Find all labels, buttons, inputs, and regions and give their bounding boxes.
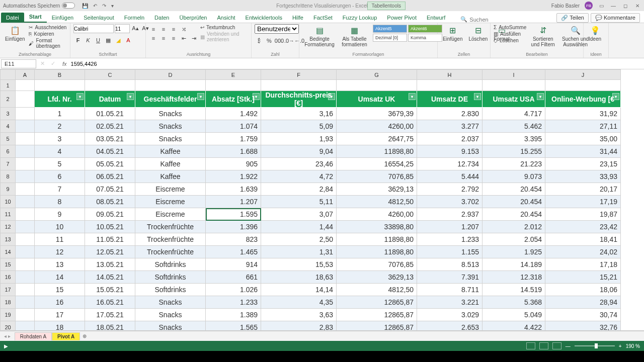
table-header[interactable]: Umsatz DE▾ — [417, 91, 482, 108]
tab-layout[interactable]: Seitenlayout — [78, 13, 119, 23]
cell-A5[interactable] — [16, 133, 35, 145]
cell-lfdnr[interactable]: 1 — [35, 108, 85, 120]
table-header[interactable]: Umsatz USA▾ — [482, 91, 545, 108]
formula-input[interactable] — [71, 61, 644, 67]
tab-design[interactable]: Entwurf — [422, 13, 450, 23]
zoom-in-icon[interactable]: + — [619, 343, 622, 349]
border-button[interactable]: ▦ — [104, 36, 113, 44]
cell-preis[interactable]: 3,07 — [261, 208, 337, 221]
row-header-9[interactable]: 9 — [1, 183, 16, 196]
cell-datum[interactable]: 14.05.21 — [85, 271, 135, 284]
cell-umsatz-uk[interactable]: 4812,50 — [337, 284, 417, 296]
cell-online-werbung[interactable]: 19,87 — [545, 208, 621, 221]
cell-A20[interactable] — [16, 321, 35, 331]
row-header-14[interactable]: 14 — [1, 246, 16, 258]
cell-datum[interactable]: 04.05.21 — [85, 145, 135, 158]
cell-umsatz-uk[interactable]: 12865,87 — [337, 309, 417, 321]
autosum-button[interactable]: ΣAutoSumme — [494, 24, 526, 31]
cell-lfdnr[interactable]: 5 — [35, 158, 85, 170]
cell-umsatz-usa[interactable]: 20.454 — [482, 196, 545, 208]
row-header-6[interactable]: 6 — [1, 145, 16, 158]
cell-empty[interactable] — [16, 80, 35, 91]
cell-umsatz-usa[interactable]: 9.073 — [482, 170, 545, 183]
cell-absatz[interactable]: 661 — [206, 271, 261, 284]
cell-umsatz-uk[interactable]: 7076,85 — [337, 170, 417, 183]
cell-umsatz-uk[interactable]: 12865,87 — [337, 296, 417, 309]
cell-umsatz-usa[interactable]: 14.189 — [482, 258, 545, 271]
cell-umsatz-uk[interactable]: 4812,50 — [337, 196, 417, 208]
filter-dropdown-icon[interactable]: ▾ — [328, 93, 335, 100]
zoom-out-icon[interactable]: — — [566, 343, 571, 349]
font-color-button[interactable]: A — [124, 36, 133, 44]
tab-fuzzy[interactable]: Fuzzy Lookup — [338, 13, 382, 23]
align-center-icon[interactable]: ≡ — [159, 34, 168, 42]
cell-umsatz-usa[interactable]: 4.422 — [482, 321, 545, 331]
cell-absatz[interactable]: 1.922 — [206, 170, 261, 183]
style-accent5[interactable]: Akzent5 — [373, 25, 407, 33]
cell-preis[interactable]: 2,50 — [261, 233, 337, 246]
cell-umsatz-de[interactable]: 5.444 — [417, 170, 482, 183]
undo-icon[interactable]: ↶ — [93, 3, 97, 9]
tab-formulas[interactable]: Formeln — [119, 13, 149, 23]
cell-A18[interactable] — [16, 296, 35, 309]
cell-online-werbung[interactable]: 31,92 — [545, 108, 621, 120]
cell-absatz[interactable]: 1.465 — [206, 246, 261, 258]
tab-file[interactable]: Datei — [1, 13, 24, 23]
style-comma[interactable]: Komma — [408, 34, 442, 42]
tab-start[interactable]: Start — [24, 12, 47, 23]
cell-empty[interactable] — [482, 80, 545, 91]
col-header-J[interactable]: J — [545, 70, 621, 80]
indent-inc-icon[interactable]: ⇥ — [189, 34, 198, 42]
cell-lfdnr[interactable]: 11 — [35, 233, 85, 246]
cell-lfdnr[interactable]: 2 — [35, 120, 85, 133]
tell-me-search[interactable]: 🔍 — [460, 16, 510, 23]
row-header-16[interactable]: 16 — [1, 271, 16, 284]
cell-online-werbung[interactable]: 35,00 — [545, 133, 621, 145]
cell-datum[interactable]: 12.05.21 — [85, 246, 135, 258]
cell-absatz[interactable]: 1.207 — [206, 196, 261, 208]
cell-datum[interactable]: 13.05.21 — [85, 258, 135, 271]
filter-dropdown-icon[interactable]: ▾ — [612, 93, 619, 100]
cell-absatz[interactable]: 823 — [206, 233, 261, 246]
cell-geschaeft[interactable]: Kaffee — [135, 145, 206, 158]
worksheet-grid[interactable]: ABCDEFGHIJ12Lfd. Nr.▾Datum▾Geschäftsfeld… — [0, 69, 644, 331]
cell-umsatz-usa[interactable]: 5.049 — [482, 309, 545, 321]
fx-icon[interactable]: fx — [58, 61, 71, 67]
tab-data[interactable]: Daten — [149, 13, 174, 23]
record-macro-icon[interactable]: ▶ — [4, 343, 8, 349]
underline-button[interactable]: U — [94, 36, 103, 44]
cell-A6[interactable] — [16, 145, 35, 158]
minimize-icon[interactable]: — — [610, 3, 617, 9]
cell-datum[interactable]: 07.05.21 — [85, 183, 135, 196]
cell-datum[interactable]: 17.05.21 — [85, 309, 135, 321]
cell-umsatz-usa[interactable]: 2.054 — [482, 233, 545, 246]
col-header-F[interactable]: F — [261, 70, 337, 80]
cell-umsatz-uk[interactable]: 4260,00 — [337, 120, 417, 133]
autosave[interactable]: Automatisches Speichern — [3, 3, 75, 9]
cell-umsatz-de[interactable]: 7.391 — [417, 271, 482, 284]
font-name-input[interactable] — [73, 24, 114, 33]
cell-A2[interactable] — [16, 91, 35, 108]
cell-umsatz-de[interactable]: 1.155 — [417, 246, 482, 258]
cell-umsatz-uk[interactable]: 11898,80 — [337, 246, 417, 258]
cell-geschaeft[interactable]: Trockenfrüchte — [135, 233, 206, 246]
cell-A4[interactable] — [16, 120, 35, 133]
maximize-icon[interactable]: ◻ — [622, 3, 629, 9]
style-accent6[interactable]: Akzent6 — [408, 25, 442, 33]
cell-geschaeft[interactable]: Kaffee — [135, 158, 206, 170]
cell-datum[interactable]: 16.05.21 — [85, 296, 135, 309]
cell-geschaeft[interactable]: Snacks — [135, 321, 206, 331]
cell-preis[interactable]: 15,53 — [261, 258, 337, 271]
cell-geschaeft[interactable]: Softdrinks — [135, 258, 206, 271]
view-layout-icon[interactable] — [539, 342, 548, 349]
row-header-5[interactable]: 5 — [1, 133, 16, 145]
sheet-tab-pivot[interactable]: Pivot A — [52, 332, 80, 340]
cell-datum[interactable]: 03.05.21 — [85, 133, 135, 145]
cell-online-werbung[interactable]: 18,41 — [545, 233, 621, 246]
cell-preis[interactable]: 4,72 — [261, 170, 337, 183]
cell-geschaeft[interactable]: Kaffee — [135, 170, 206, 183]
conditional-format-button[interactable]: ▤Bedingte Formatierung — [302, 24, 337, 48]
cell-online-werbung[interactable]: 17,19 — [545, 196, 621, 208]
cell-umsatz-usa[interactable]: 2.012 — [482, 221, 545, 233]
cell-umsatz-usa[interactable]: 4.717 — [482, 108, 545, 120]
